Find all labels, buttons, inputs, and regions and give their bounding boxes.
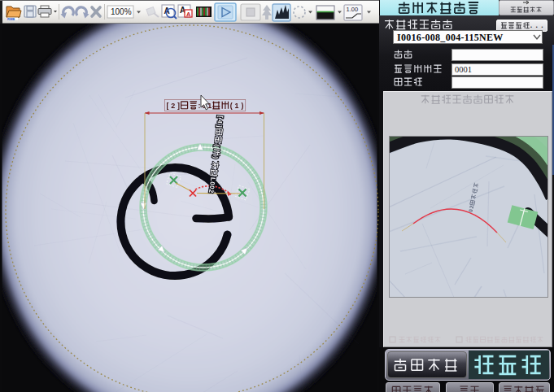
svg-text:1.00: 1.00 [347,6,359,13]
svg-text:(1): (1) [230,102,244,110]
svg-text:100%: 100% [111,7,132,16]
svg-text:...: ... [530,21,543,29]
svg-text:[2]: [2] [166,102,180,110]
svg-text:RMB: RMB [7,17,15,21]
svg-text:A: A [186,11,191,18]
svg-text:[4]: [4] [216,115,225,128]
svg-text:02: 02 [468,205,475,213]
